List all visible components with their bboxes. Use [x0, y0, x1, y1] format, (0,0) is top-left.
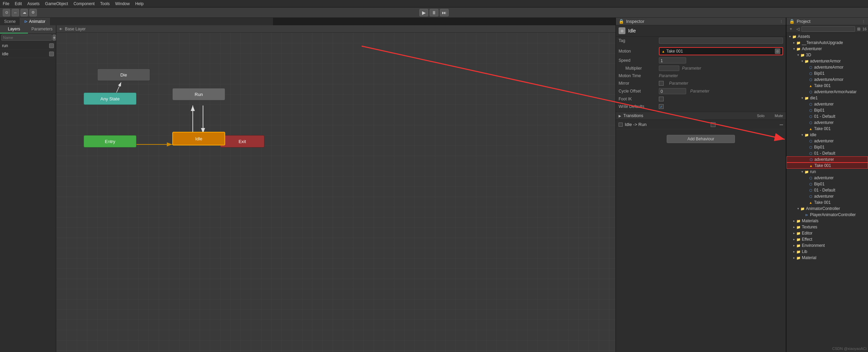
- toolbar-btn-cloud[interactable]: ☁: [20, 9, 28, 16]
- tree-item[interactable]: ▲Take 001: [786, 83, 868, 89]
- menu-assets[interactable]: Assets: [27, 1, 40, 6]
- transition-select[interactable]: [619, 123, 623, 127]
- layers-tab[interactable]: Layers: [0, 25, 28, 33]
- folder-icon: 📁: [796, 225, 801, 229]
- folder-icon: 📁: [796, 243, 801, 248]
- tree-item[interactable]: ▾📁die1: [786, 95, 868, 101]
- tab-animator[interactable]: ⊳ Animator: [20, 18, 50, 25]
- tree-label: Material: [802, 255, 816, 260]
- toolbar-btn-settings[interactable]: ⚙: [29, 9, 37, 16]
- layer-search-input[interactable]: [1, 34, 52, 41]
- tree-item[interactable]: ▾📁3D: [786, 52, 868, 58]
- tree-item[interactable]: ⬡Bip01: [786, 70, 868, 76]
- die-node[interactable]: Die: [97, 69, 150, 81]
- tree-item[interactable]: ▸📁Material: [786, 255, 868, 261]
- toolbar-btn-1[interactable]: ⊙: [3, 9, 10, 16]
- project-search-input[interactable]: [801, 26, 855, 32]
- tree-item[interactable]: ⬡adventurer: [786, 175, 868, 181]
- entry-node[interactable]: Entry: [84, 135, 136, 147]
- arrows-svg: [56, 33, 697, 352]
- tree-item[interactable]: ⬡Bip01: [786, 181, 868, 187]
- multiplier-dropdown[interactable]: [659, 66, 679, 71]
- tree-item[interactable]: ⬡adventurer: [786, 138, 868, 144]
- layer-run-checkbox[interactable]: [49, 43, 54, 48]
- parameters-tab[interactable]: Parameters: [28, 25, 56, 33]
- tree-item[interactable]: ⬡adventurerArmorAvatar: [786, 89, 868, 95]
- tree-arrow-icon: ▾: [800, 59, 804, 63]
- motion-picker-button[interactable]: ◎: [775, 48, 780, 54]
- play-button[interactable]: ▶: [419, 9, 428, 16]
- tree-item[interactable]: ⬡adventureArmor: [786, 64, 868, 70]
- tab-scene[interactable]: Scene: [0, 18, 20, 25]
- menu-component[interactable]: Component: [73, 1, 95, 6]
- add-behaviour-button[interactable]: Add Behaviour: [667, 135, 735, 143]
- menu-gameobject[interactable]: GameObject: [45, 1, 68, 6]
- write-defaults-checkbox[interactable]: ✓: [659, 104, 664, 109]
- menu-help[interactable]: Help: [135, 1, 144, 6]
- mirror-param: Parameter: [669, 81, 688, 86]
- tree-item[interactable]: ⬡adventureArmor: [786, 76, 868, 83]
- tree-item[interactable]: ▾📁run: [786, 169, 868, 175]
- folder-icon: 📁: [800, 53, 805, 57]
- tree-item[interactable]: ⬡Bip01: [786, 144, 868, 150]
- cycle-offset-field[interactable]: 0: [659, 88, 686, 94]
- tree-label: Take 001: [814, 126, 831, 131]
- speed-field[interactable]: 1: [659, 57, 686, 64]
- tree-item[interactable]: ▾📁adventurerArmor: [786, 58, 868, 64]
- exit-node[interactable]: Exit: [220, 135, 264, 147]
- mesh-icon: ⬡: [808, 71, 813, 76]
- project-panel: 🔒 Project ⋮ + ◁ ⊞ 16 ▾📁Assets▸📁__Terrain…: [786, 18, 868, 352]
- toolbar-btn-2[interactable]: ↔: [12, 9, 19, 16]
- mirror-checkbox[interactable]: [659, 81, 664, 86]
- transition-mute-checkbox[interactable]: [711, 122, 715, 127]
- transition-collapse[interactable]: –: [780, 121, 783, 128]
- tree-item[interactable]: ▸📁Environment: [786, 242, 868, 249]
- menu-tools[interactable]: Tools: [100, 1, 110, 6]
- animator-canvas[interactable]: Any State Entry Exit Die Run Idle: [56, 33, 697, 352]
- inspector-menu-icon[interactable]: ⋮: [780, 19, 783, 23]
- tree-label: Effect: [802, 237, 812, 242]
- menu-edit[interactable]: Edit: [15, 1, 22, 6]
- tree-item[interactable]: ▸📁Lib: [786, 249, 868, 255]
- mesh-icon: ⬡: [808, 102, 813, 107]
- tree-label: adventurer: [814, 194, 834, 199]
- pause-button[interactable]: ⏸: [430, 9, 438, 16]
- tree-item[interactable]: ⬡adventurer: [786, 119, 868, 126]
- tree-item[interactable]: ▲Take 001: [786, 199, 868, 206]
- tree-item[interactable]: ▸📁Materials: [786, 218, 868, 224]
- layer-idle-checkbox[interactable]: [49, 52, 54, 56]
- add-layer-button[interactable]: +: [53, 34, 56, 41]
- tree-item[interactable]: ⬡01 - Default: [786, 150, 868, 156]
- tree-item[interactable]: ▲Take 001: [786, 126, 868, 132]
- any-state-node[interactable]: Any State: [84, 93, 136, 105]
- project-menu-icon[interactable]: ⋮: [862, 19, 865, 23]
- project-nav-back[interactable]: ◁: [795, 26, 801, 32]
- step-button[interactable]: ⏭: [440, 9, 449, 16]
- left-panel: Layers Parameters + ▾ run idle: [0, 25, 56, 352]
- tree-item[interactable]: ▲Take 001: [786, 163, 868, 169]
- idle-node[interactable]: Idle: [172, 132, 225, 145]
- run-node[interactable]: Run: [172, 88, 225, 100]
- foot-ik-checkbox[interactable]: [659, 97, 664, 101]
- tree-item[interactable]: ⬡adventurer: [786, 156, 868, 163]
- menu-window[interactable]: Window: [115, 1, 130, 6]
- project-add-btn[interactable]: +: [788, 26, 794, 32]
- tree-item[interactable]: ▾📁AnimatorController: [786, 206, 868, 212]
- tree-item[interactable]: ⬡adventurer: [786, 101, 868, 107]
- tree-item[interactable]: ▸📁Effect: [786, 236, 868, 242]
- tree-item[interactable]: ▸📁__TerrainAutoUpgrade: [786, 40, 868, 46]
- tree-item[interactable]: ⊳PlayerAnimatorController: [786, 212, 868, 218]
- tree-item[interactable]: ▾📁Assets: [786, 33, 868, 40]
- tree-item[interactable]: ▸📁Textures: [786, 224, 868, 230]
- tree-item[interactable]: ⬡01 - Default: [786, 187, 868, 193]
- tree-item[interactable]: ▸📁Editor: [786, 230, 868, 236]
- project-view-icon[interactable]: ⊞: [856, 26, 862, 32]
- tree-item[interactable]: ▾📁Adventurer: [786, 46, 868, 52]
- tree-item[interactable]: ⬡01 - Default: [786, 113, 868, 119]
- tree-item[interactable]: ⬡Bip01: [786, 107, 868, 113]
- tree-item[interactable]: ⬡adventurer: [786, 193, 868, 199]
- motion-field[interactable]: ▲ Take 001 ◎: [659, 47, 783, 55]
- menu-file[interactable]: File: [3, 1, 9, 6]
- tag-field[interactable]: [659, 38, 783, 44]
- tree-item[interactable]: ▾📁idle: [786, 132, 868, 138]
